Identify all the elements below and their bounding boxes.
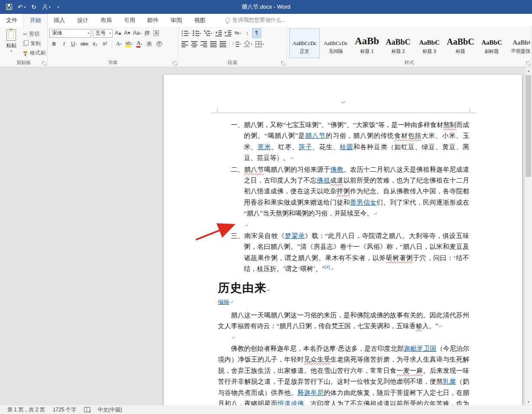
text-run: 喝腊八粥的习俗来源于 [264, 166, 330, 173]
doc-paragraph[interactable]: 一、腊八粥，又称“七宝五味粥”、“佛粥”、“大家饭”等，是一种由多样食材熬制而成… [244, 120, 469, 164]
numbering-button[interactable]: ▾ [191, 28, 202, 38]
multilevel-list-button[interactable]: ▾ [203, 28, 214, 38]
document-content[interactable]: 一、腊八粥，又称“七宝五味粥”、“佛粥”、“大家饭”等，是一种由多样食材熬制而成… [218, 120, 469, 405]
bullets-icon [182, 30, 188, 36]
style-card-副标题[interactable]: AaBbC副标题 [477, 29, 507, 58]
doc-hyperlink[interactable]: 释迦牟尼 [297, 389, 324, 396]
bold-button[interactable]: B [49, 39, 58, 49]
doc-paragraph[interactable]: ↵ [218, 332, 469, 343]
paste-button[interactable]: 粘贴 ▾ [2, 28, 21, 60]
page[interactable]: ↵ 一、腊八粥，又称“七宝五味粥”、“佛粥”、“大家饭”等，是一种由多样食材熬制… [164, 75, 522, 405]
doc-hyperlink[interactable]: 桂圆 [340, 143, 354, 150]
underline-button[interactable]: U▾ [69, 39, 78, 49]
tab-review[interactable]: 审阅 [165, 14, 188, 26]
style-card-标题 3[interactable]: AaBbC标题 3 [414, 29, 444, 58]
doc-hyperlink[interactable]: 佛祖 [317, 177, 330, 184]
tell-me-box[interactable]: 告诉我您想要做什么... [225, 14, 286, 26]
vertical-scrollbar[interactable]: ▴ ▾ [525, 67, 532, 405]
style-card-正文[interactable]: AaBbCcDc正文 [289, 29, 320, 58]
doc-hyperlink[interactable]: 薏米 [258, 143, 272, 150]
style-card-无间隔[interactable]: AaBbCcDc无间隔 [321, 29, 351, 58]
page-indicator[interactable]: 第 1 页，共 2 页 [3, 405, 49, 414]
shrink-font-button[interactable]: A▾ [123, 28, 132, 38]
distribute-button[interactable] [218, 39, 227, 49]
phonetic-guide-button[interactable]: 拼 [143, 28, 152, 38]
doc-paragraph[interactable]: 三、南宋吴自牧《梦粱录》载：“此月八日，寺院谓之腊八。大刹等寺，俱设五味粥，名曰… [244, 231, 469, 275]
highlight-color-button[interactable]: ab▾ [124, 39, 134, 49]
doc-paragraph[interactable]: 编辑↵ [218, 298, 469, 306]
text-effects-button[interactable]: A▾ [114, 39, 123, 49]
undo-button[interactable]: ↶▾ [18, 4, 26, 10]
tab-layout[interactable]: 布局 [94, 14, 118, 26]
grow-font-button[interactable]: A▴ [114, 28, 123, 38]
text-run: 的习俗，腊八粥的传统 [326, 132, 394, 139]
text-run: 拌粥 [337, 188, 350, 195]
word-count[interactable]: 1725 个字 [49, 405, 80, 414]
doc-paragraph[interactable]: 二、腊八节喝腊八粥的习俗来源于佛教。农历十二月初八这天是佛祖释迦牟尼成道之日，古… [244, 164, 469, 220]
doc-hyperlink[interactable]: 腊八节 [305, 132, 325, 139]
enclose-characters-button[interactable]: 字 [155, 39, 164, 49]
shading-button[interactable]: ▾ [243, 39, 253, 49]
justify-button[interactable] [209, 39, 218, 49]
tab-file[interactable]: 文件 [0, 14, 23, 26]
language-indicator[interactable]: 中文(中国) [94, 405, 126, 414]
person-icon [42, 4, 48, 10]
scroll-down-icon[interactable]: ▾ [525, 398, 532, 405]
align-center-button[interactable] [190, 39, 199, 49]
scroll-up-icon[interactable]: ▴ [525, 67, 532, 74]
asian-layout-button[interactable]: ⇆▾ [233, 28, 242, 38]
align-right-button[interactable] [199, 39, 208, 49]
strikethrough-button[interactable]: abc [79, 39, 90, 49]
save-button[interactable] [6, 4, 12, 10]
font-name-combo[interactable]: 宋体▾ [49, 29, 91, 38]
tab-design[interactable]: 设计 [71, 14, 94, 26]
tab-insert[interactable]: 插入 [48, 14, 71, 26]
tab-mailings[interactable]: 邮件 [141, 14, 165, 26]
copy-button[interactable]: 复制 [23, 40, 45, 47]
customize-qat-button[interactable]: ▾ [56, 6, 59, 9]
doc-hyperlink[interactable]: 梦粱录 [285, 232, 305, 239]
sort-button[interactable]: ↕ [243, 28, 252, 38]
edit-link[interactable]: 编辑 [218, 299, 229, 305]
italic-button[interactable]: I [59, 39, 68, 49]
doc-paragraph[interactable]: 佛教的创始者释迦牟尼，本名乔达摩·悉达多，是古印度北部迦毗罗卫国（今尼泊尔境内）… [218, 343, 469, 405]
tab-references[interactable]: 引用 [118, 14, 141, 26]
style-card-不明显强调[interactable]: AaBbC不明显强调 [508, 29, 530, 58]
styles-group-label: 样式 [287, 59, 532, 66]
doc-paragraph[interactable]: ↵ [218, 220, 469, 231]
doc-hyperlink[interactable]: 乳糜 [443, 378, 456, 385]
cut-button[interactable]: ✂剪切 [23, 30, 45, 38]
increase-indent-button[interactable] [224, 28, 233, 38]
doc-hyperlink[interactable]: 悟道成佛 [277, 400, 304, 405]
format-painter-button[interactable]: 格式刷 [23, 49, 45, 57]
align-left-button[interactable] [180, 39, 189, 49]
show-hide-marks-button[interactable]: ¶ [252, 28, 261, 38]
doc-heading[interactable]: 历史由来↵ [218, 280, 469, 297]
decrease-indent-button[interactable] [214, 28, 223, 38]
line-spacing-button[interactable]: ▾ [231, 39, 242, 49]
tab-home[interactable]: 开始 [23, 14, 48, 26]
font-color-button[interactable]: A▾ [135, 39, 144, 49]
doc-hyperlink[interactable]: 迦毗罗卫国 [404, 345, 437, 352]
doc-paragraph[interactable]: 腊八这一天喝腊八粥这一习俗的来历，是和佛陀成佛的故事有关的。因此清代苏州文人李福… [218, 310, 469, 333]
character-border-button[interactable]: A [152, 28, 161, 38]
character-shading-button[interactable]: A [145, 39, 154, 49]
account-button[interactable]: ▾ [42, 4, 51, 10]
doc-hyperlink[interactable]: 善男信女 [350, 199, 376, 206]
subscript-button[interactable]: x₂ [91, 39, 100, 49]
style-card-标题 2[interactable]: AaBbC标题 2 [383, 29, 413, 58]
doc-hyperlink[interactable]: 莲子 [298, 143, 312, 150]
redo-button[interactable]: ↻ [31, 4, 36, 10]
change-case-button[interactable]: Aa▾ [132, 28, 143, 38]
font-size-combo[interactable]: 五号▾ [93, 29, 113, 38]
proofing-status[interactable] [80, 405, 94, 414]
bullets-button[interactable]: ▾ [180, 28, 191, 38]
borders-button[interactable]: ▾ [254, 39, 265, 49]
tab-view[interactable]: 视图 [188, 14, 211, 26]
brush-icon [23, 51, 28, 56]
style-card-标题 1[interactable]: AaBb标题 1 [352, 29, 382, 58]
scrollbar-thumb[interactable] [526, 75, 531, 177]
doc-hyperlink[interactable]: 佛教 [330, 166, 344, 173]
superscript-button[interactable]: x² [101, 39, 110, 49]
style-card-标题[interactable]: AaBbC标题 [445, 29, 476, 58]
